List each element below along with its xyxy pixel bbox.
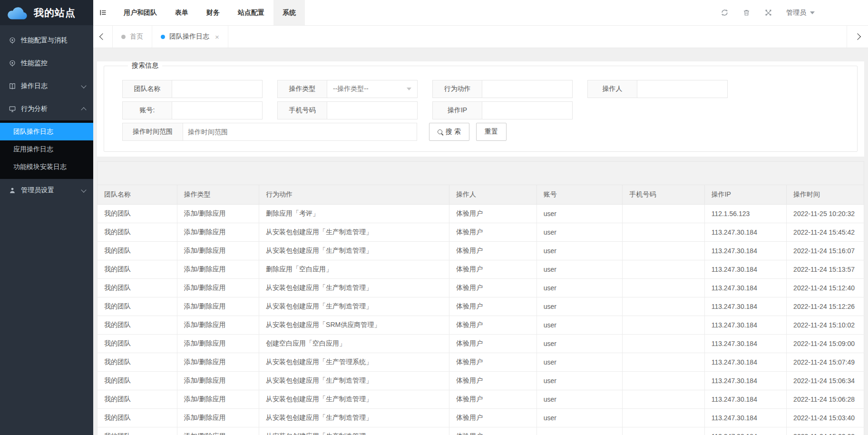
operator-input[interactable] — [637, 80, 727, 98]
search-icon — [438, 129, 442, 134]
sidebar-subitem[interactable]: 功能模块安装日志 — [0, 158, 93, 176]
cell-action: 从安装包创建应用「生产管理系统」 — [259, 353, 449, 371]
chevron-down-icon — [81, 187, 86, 192]
cell-operation-type: 添加/删除应用 — [177, 390, 259, 408]
cell-team: 我的团队 — [98, 241, 177, 260]
cell-phone — [623, 241, 704, 260]
top-menu-item[interactable]: 表单 — [166, 0, 197, 25]
team-name-input[interactable] — [172, 80, 262, 98]
cell-phone — [623, 390, 704, 408]
cell-team: 我的团队 — [98, 353, 177, 371]
top-menu-item[interactable]: 系统 — [273, 0, 305, 25]
cell-ip: 113.247.30.184 — [704, 316, 786, 334]
cell-time: 2022-11-24 15:12:40 — [787, 278, 864, 297]
sidebar-group: 管理员设置 — [0, 179, 93, 202]
top-menu-item[interactable]: 用户和团队 — [115, 0, 166, 25]
user-icon — [9, 187, 16, 194]
trash-icon[interactable] — [742, 9, 751, 17]
search-legend: 搜索信息 — [128, 61, 162, 70]
cell-action: 删除应用「空白应用」 — [259, 260, 449, 278]
cell-time: 2022-11-24 15:09:00 — [787, 334, 864, 353]
cell-operation-type: 添加/删除应用 — [177, 353, 259, 371]
cell-time: 2022-11-24 15:06:34 — [787, 371, 864, 390]
cell-phone — [623, 427, 704, 435]
action-input[interactable] — [482, 80, 572, 98]
tab[interactable]: 首页 — [113, 26, 152, 48]
sidebar-item[interactable]: 性能监控 — [0, 52, 93, 75]
sidebar-group: 性能配置与消耗 — [0, 29, 93, 52]
top-menu-item[interactable]: 财务 — [197, 0, 229, 25]
top-menu-item-label: 表单 — [175, 9, 188, 16]
reset-button-label: 重置 — [485, 128, 498, 136]
refresh-icon[interactable] — [721, 9, 729, 17]
ip-input[interactable] — [482, 102, 572, 119]
collapse-sidebar-icon[interactable] — [99, 9, 107, 17]
app-logo[interactable]: 我的站点 — [0, 0, 93, 25]
cell-operator: 体验用户 — [449, 334, 536, 353]
operation-type-select[interactable]: --操作类型-- — [327, 80, 417, 98]
cell-operator: 体验用户 — [449, 427, 536, 435]
cloud-logo-icon — [6, 6, 29, 20]
operation-type-selected-value: --操作类型-- — [333, 85, 369, 93]
column-header: 行为动作 — [259, 185, 449, 204]
book-icon — [9, 82, 16, 90]
cell-phone — [623, 278, 704, 297]
column-header: 操作人 — [449, 185, 536, 204]
admin-dropdown[interactable]: 管理员 — [786, 9, 815, 17]
cell-ip: 113.247.30.184 — [704, 241, 786, 260]
main-area: 用户和团队 表单 财务 站点配置 系统 — [93, 0, 868, 435]
cell-phone — [623, 223, 704, 241]
cell-operation-type: 添加/删除应用 — [177, 427, 259, 435]
time-range-input[interactable] — [183, 123, 417, 140]
cell-operation-type: 添加/删除应用 — [177, 316, 259, 334]
cell-account: user — [536, 278, 623, 297]
table-row: 我的团队 添加/删除应用 从安装包创建应用「生产管理系统」 体验用户 user … — [98, 353, 864, 371]
search-button[interactable]: 搜 索 — [429, 123, 469, 141]
cell-account: user — [536, 241, 623, 260]
top-menu-item[interactable]: 站点配置 — [229, 0, 273, 25]
table-row: 我的团队 添加/删除应用 删除应用「考评」 体验用户 user 112.1.56… — [98, 204, 864, 223]
cell-operator: 体验用户 — [449, 223, 536, 241]
cell-operator: 体验用户 — [449, 353, 536, 371]
search-fieldset: 搜索信息 团队名称 操作类型 --操作类型-- — [104, 61, 858, 152]
top-menu: 用户和团队 表单 财务 站点配置 系统 — [115, 0, 305, 25]
column-header: 账号 — [536, 185, 623, 204]
cell-action: 从安装包创建应用「生产制造管理」 — [259, 241, 449, 260]
table-toolbar — [97, 161, 864, 185]
cell-account: user — [536, 334, 623, 353]
sidebar-item[interactable]: 行为分析 — [0, 98, 93, 120]
sidebar-submenu: 团队操作日志 应用操作日志 功能模块安装日志 — [0, 120, 93, 179]
sidebar-item-label: 行为分析 — [21, 105, 82, 113]
tabs-scroll-right-button[interactable] — [847, 26, 868, 48]
sidebar-item[interactable]: 管理员设置 — [0, 179, 93, 202]
sidebar-item[interactable]: 性能配置与消耗 — [0, 29, 93, 52]
cell-phone — [623, 204, 704, 223]
field-operator: 操作人 — [587, 80, 728, 98]
reset-button[interactable]: 重置 — [476, 123, 507, 141]
tab[interactable]: 团队操作日志 × — [152, 26, 228, 48]
cell-ip: 113.247.30.184 — [704, 334, 786, 353]
app-title: 我的站点 — [34, 6, 76, 20]
search-panel: 搜索信息 团队名称 操作类型 --操作类型-- — [97, 61, 864, 157]
cell-ip: 113.247.30.184 — [704, 371, 786, 390]
sidebar: 我的站点 性能配置与消耗 性能监控 — [0, 0, 93, 435]
sidebar-item-label: 操作日志 — [21, 82, 82, 90]
cell-operation-type: 添加/删除应用 — [177, 241, 259, 260]
tabs-scroll-left-button[interactable] — [93, 26, 113, 48]
account-input[interactable] — [172, 102, 262, 119]
top-menu-item-label: 财务 — [206, 9, 220, 16]
sidebar-subitem[interactable]: 团队操作日志 — [0, 123, 93, 140]
column-header: 手机号码 — [623, 185, 704, 204]
top-menu-item-label: 用户和团队 — [124, 9, 157, 16]
phone-input[interactable] — [327, 102, 417, 119]
monitor-icon — [9, 105, 16, 113]
cell-phone — [623, 353, 704, 371]
cell-action: 删除应用「考评」 — [259, 204, 449, 223]
close-icon[interactable]: × — [215, 33, 219, 41]
chevron-up-icon — [81, 107, 86, 112]
cell-ip: 113.247.30.184 — [704, 390, 786, 408]
sidebar-subitem[interactable]: 应用操作日志 — [0, 140, 93, 158]
sidebar-item[interactable]: 操作日志 — [0, 75, 93, 98]
fullscreen-icon[interactable] — [764, 9, 772, 17]
cell-operator: 体验用户 — [449, 390, 536, 408]
